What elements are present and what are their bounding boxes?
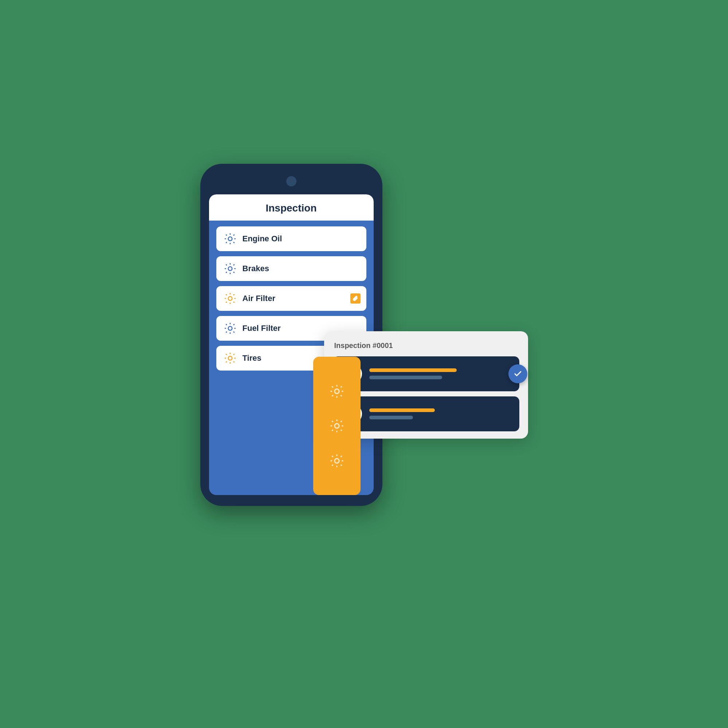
list-item[interactable]: Brakes	[216, 256, 366, 281]
user-lines	[369, 369, 510, 379]
scene: Inspection Engine Oil B	[200, 164, 528, 564]
gear-icon	[224, 262, 237, 275]
phone-header: Inspection	[209, 194, 374, 220]
check-badge	[509, 364, 527, 383]
decorative-gear-icon	[329, 418, 345, 434]
user-line-primary	[369, 369, 457, 372]
user-line-primary	[369, 408, 435, 412]
user-line-secondary	[369, 376, 442, 379]
screen-title: Inspection	[265, 202, 316, 214]
decorative-gear-icon	[329, 453, 345, 468]
inspection-card-title: Inspection #0001	[333, 341, 519, 350]
camera-dot	[285, 175, 298, 188]
yellow-panel	[313, 357, 360, 495]
item-label: Air Filter	[242, 294, 275, 303]
item-label: Tires	[242, 353, 262, 363]
svg-point-4	[228, 356, 232, 360]
user-lines	[369, 408, 510, 419]
item-label: Engine Oil	[242, 234, 282, 243]
list-item[interactable]: Engine Oil	[216, 226, 366, 251]
attachment-icon	[350, 294, 360, 304]
svg-point-6	[334, 424, 339, 428]
gear-icon	[224, 232, 237, 245]
svg-point-3	[228, 327, 232, 330]
svg-point-2	[228, 297, 232, 301]
decorative-gear-icon	[329, 384, 345, 399]
item-label: Brakes	[242, 264, 269, 273]
gear-icon	[224, 322, 237, 335]
item-label: Fuel Filter	[242, 324, 281, 333]
svg-point-7	[334, 458, 339, 463]
user-line-secondary	[369, 416, 413, 419]
svg-point-1	[228, 267, 232, 271]
warning-gear-icon	[224, 352, 237, 365]
user-card-jb[interactable]: JB	[333, 356, 519, 391]
svg-point-0	[228, 237, 232, 241]
svg-point-5	[334, 389, 339, 393]
user-card-ap[interactable]: AP	[333, 396, 519, 431]
list-item[interactable]: Air Filter	[216, 286, 366, 311]
warning-gear-icon	[224, 292, 237, 305]
